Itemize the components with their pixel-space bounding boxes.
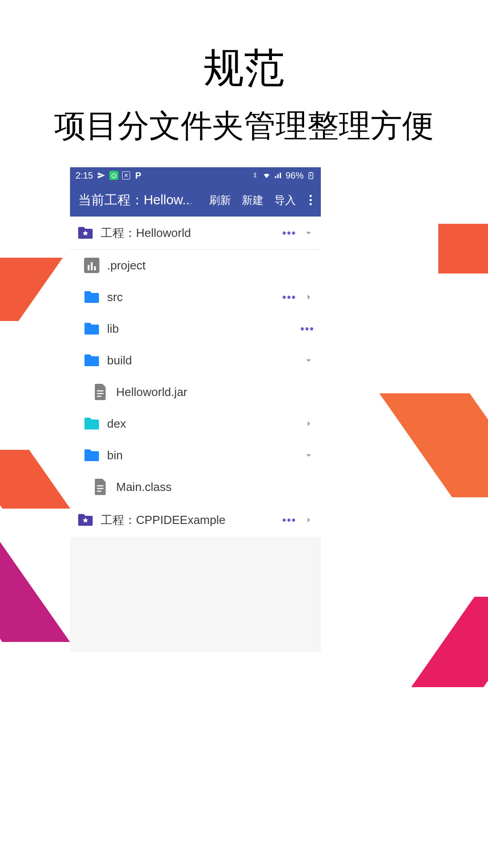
row-label: src (107, 290, 282, 304)
file-tree: 工程：Helloworld ••• .project src ••• (70, 217, 321, 537)
decoration-shape (0, 258, 63, 321)
folder-item-build[interactable]: build (70, 344, 321, 376)
appbar-title: 当前工程：Hellow... (78, 191, 191, 209)
wifi-icon (262, 171, 271, 180)
file-icon (94, 479, 108, 495)
battery-text: 96% (286, 170, 304, 181)
overflow-menu-button[interactable] (307, 193, 314, 207)
folder-icon (84, 354, 100, 367)
signal-icon (274, 171, 283, 180)
file-item-jar[interactable]: Helloworld.jar (70, 376, 321, 408)
row-label: 工程：Helloworld (101, 225, 282, 241)
file-item-mainclass[interactable]: Main.class (70, 471, 321, 503)
row-label: .project (107, 259, 314, 273)
chevron-right-icon[interactable] (303, 291, 314, 303)
folder-item-dex[interactable]: dex (70, 408, 321, 439)
heading-subtitle: 项目分文件夹管理整理方便 (0, 105, 488, 147)
new-button[interactable]: 新建 (242, 193, 263, 208)
file-icon (94, 384, 108, 400)
decoration-shape (0, 450, 70, 509)
folder-icon (84, 448, 100, 462)
chevron-right-icon[interactable] (303, 418, 314, 429)
svg-rect-4 (97, 390, 103, 391)
app-bar: 当前工程：Hellow... 刷新 新建 导入 (70, 184, 321, 217)
svg-point-1 (112, 174, 116, 178)
decoration-shape (438, 224, 488, 274)
row-label: bin (107, 448, 303, 462)
chevron-down-icon[interactable] (303, 449, 314, 461)
import-button[interactable]: 导入 (274, 193, 296, 208)
more-options-icon[interactable]: ••• (300, 322, 314, 335)
folder-icon (84, 322, 100, 335)
project-root-item[interactable]: 工程：Helloworld ••• (70, 217, 321, 250)
status-time: 2:15 (75, 170, 93, 181)
folder-item-src[interactable]: src ••• (70, 281, 321, 313)
svg-rect-6 (97, 396, 102, 396)
row-label: build (107, 354, 303, 368)
folder-item-lib[interactable]: lib ••• (70, 313, 321, 344)
phone-mock: 2:15 ✕ P 96% 当前工程：Hellow... 刷新 新建 导入 (70, 167, 321, 651)
svg-rect-9 (97, 491, 102, 491)
row-label: 工程：CPPIDEExample (101, 512, 282, 528)
marketing-heading: 规范 项目分文件夹管理整理方便 (0, 0, 488, 147)
chevron-down-icon[interactable] (303, 354, 314, 366)
project-file-item[interactable]: .project (70, 250, 321, 281)
p-icon: P (134, 171, 143, 180)
alarm-icon (109, 171, 118, 180)
chart-file-icon (84, 258, 99, 273)
folder-item-bin[interactable]: bin (70, 439, 321, 471)
refresh-button[interactable]: 刷新 (209, 193, 231, 208)
more-options-icon[interactable]: ••• (282, 291, 296, 303)
bluetooth-icon (250, 171, 259, 180)
row-label: Helloworld.jar (116, 385, 314, 399)
folder-icon (84, 290, 100, 304)
status-bar: 2:15 ✕ P 96% (70, 167, 321, 184)
decoration-shape (0, 506, 70, 642)
more-options-icon[interactable]: ••• (282, 226, 296, 239)
row-label: lib (107, 322, 300, 336)
send-icon (97, 171, 106, 180)
folder-icon (84, 417, 100, 430)
box-x-icon: ✕ (122, 171, 130, 179)
svg-rect-3 (310, 172, 312, 173)
row-label: Main.class (116, 480, 314, 494)
row-label: dex (107, 417, 303, 431)
svg-rect-8 (97, 488, 103, 489)
decoration-shape (379, 393, 488, 497)
project-folder-icon (77, 513, 94, 527)
decoration-shape (411, 597, 488, 687)
svg-rect-7 (97, 485, 103, 486)
project-folder-icon (77, 226, 94, 240)
more-options-icon[interactable]: ••• (282, 514, 296, 526)
battery-icon (306, 171, 315, 180)
chevron-down-icon[interactable] (303, 227, 314, 239)
chevron-right-icon[interactable] (303, 514, 314, 526)
heading-title: 规范 (0, 41, 488, 96)
svg-rect-5 (97, 393, 103, 394)
project-root-item[interactable]: 工程：CPPIDEExample ••• (70, 503, 321, 537)
